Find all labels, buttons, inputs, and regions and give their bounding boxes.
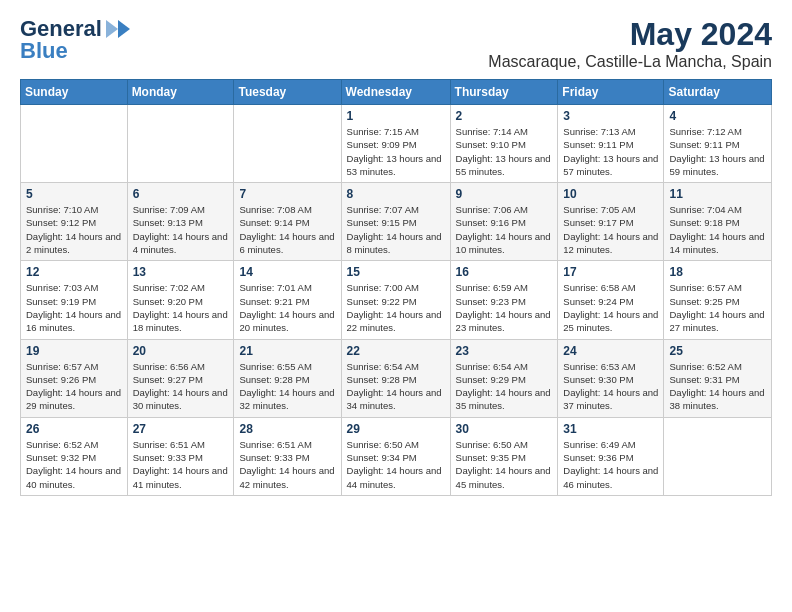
day-number: 5 (26, 187, 122, 201)
day-number: 30 (456, 422, 553, 436)
day-cell: 25Sunrise: 6:52 AM Sunset: 9:31 PM Dayli… (664, 339, 772, 417)
day-cell: 4Sunrise: 7:12 AM Sunset: 9:11 PM Daylig… (664, 105, 772, 183)
location-title: Mascaraque, Castille-La Mancha, Spain (488, 53, 772, 71)
day-cell: 1Sunrise: 7:15 AM Sunset: 9:09 PM Daylig… (341, 105, 450, 183)
day-info: Sunrise: 6:57 AM Sunset: 9:25 PM Dayligh… (669, 281, 766, 334)
day-cell: 14Sunrise: 7:01 AM Sunset: 9:21 PM Dayli… (234, 261, 341, 339)
day-info: Sunrise: 7:05 AM Sunset: 9:17 PM Dayligh… (563, 203, 658, 256)
day-info: Sunrise: 7:12 AM Sunset: 9:11 PM Dayligh… (669, 125, 766, 178)
day-number: 7 (239, 187, 335, 201)
title-area: May 2024 Mascaraque, Castille-La Mancha,… (488, 16, 772, 71)
day-info: Sunrise: 6:57 AM Sunset: 9:26 PM Dayligh… (26, 360, 122, 413)
day-number: 9 (456, 187, 553, 201)
weekday-header-wednesday: Wednesday (341, 80, 450, 105)
day-number: 21 (239, 344, 335, 358)
day-cell: 27Sunrise: 6:51 AM Sunset: 9:33 PM Dayli… (127, 417, 234, 495)
day-cell: 10Sunrise: 7:05 AM Sunset: 9:17 PM Dayli… (558, 183, 664, 261)
day-number: 23 (456, 344, 553, 358)
day-info: Sunrise: 7:15 AM Sunset: 9:09 PM Dayligh… (347, 125, 445, 178)
day-info: Sunrise: 7:04 AM Sunset: 9:18 PM Dayligh… (669, 203, 766, 256)
day-cell: 28Sunrise: 6:51 AM Sunset: 9:33 PM Dayli… (234, 417, 341, 495)
day-cell: 30Sunrise: 6:50 AM Sunset: 9:35 PM Dayli… (450, 417, 558, 495)
day-number: 25 (669, 344, 766, 358)
day-number: 17 (563, 265, 658, 279)
day-cell: 29Sunrise: 6:50 AM Sunset: 9:34 PM Dayli… (341, 417, 450, 495)
day-number: 24 (563, 344, 658, 358)
day-cell (664, 417, 772, 495)
day-cell: 20Sunrise: 6:56 AM Sunset: 9:27 PM Dayli… (127, 339, 234, 417)
day-cell: 8Sunrise: 7:07 AM Sunset: 9:15 PM Daylig… (341, 183, 450, 261)
weekday-header-tuesday: Tuesday (234, 80, 341, 105)
day-cell: 17Sunrise: 6:58 AM Sunset: 9:24 PM Dayli… (558, 261, 664, 339)
day-cell: 21Sunrise: 6:55 AM Sunset: 9:28 PM Dayli… (234, 339, 341, 417)
month-title: May 2024 (488, 16, 772, 53)
day-cell: 5Sunrise: 7:10 AM Sunset: 9:12 PM Daylig… (21, 183, 128, 261)
day-number: 18 (669, 265, 766, 279)
day-cell: 12Sunrise: 7:03 AM Sunset: 9:19 PM Dayli… (21, 261, 128, 339)
day-number: 10 (563, 187, 658, 201)
day-number: 6 (133, 187, 229, 201)
day-cell (127, 105, 234, 183)
day-number: 2 (456, 109, 553, 123)
day-number: 31 (563, 422, 658, 436)
calendar-table: SundayMondayTuesdayWednesdayThursdayFrid… (20, 79, 772, 496)
day-cell: 7Sunrise: 7:08 AM Sunset: 9:14 PM Daylig… (234, 183, 341, 261)
day-number: 13 (133, 265, 229, 279)
day-info: Sunrise: 7:01 AM Sunset: 9:21 PM Dayligh… (239, 281, 335, 334)
weekday-header-thursday: Thursday (450, 80, 558, 105)
day-info: Sunrise: 7:02 AM Sunset: 9:20 PM Dayligh… (133, 281, 229, 334)
week-row-1: 1Sunrise: 7:15 AM Sunset: 9:09 PM Daylig… (21, 105, 772, 183)
day-info: Sunrise: 6:58 AM Sunset: 9:24 PM Dayligh… (563, 281, 658, 334)
day-number: 19 (26, 344, 122, 358)
day-number: 27 (133, 422, 229, 436)
day-info: Sunrise: 7:14 AM Sunset: 9:10 PM Dayligh… (456, 125, 553, 178)
day-cell: 18Sunrise: 6:57 AM Sunset: 9:25 PM Dayli… (664, 261, 772, 339)
logo-blue-text: Blue (20, 38, 68, 64)
day-info: Sunrise: 6:49 AM Sunset: 9:36 PM Dayligh… (563, 438, 658, 491)
day-info: Sunrise: 6:52 AM Sunset: 9:31 PM Dayligh… (669, 360, 766, 413)
day-number: 16 (456, 265, 553, 279)
day-cell: 11Sunrise: 7:04 AM Sunset: 9:18 PM Dayli… (664, 183, 772, 261)
day-cell (21, 105, 128, 183)
day-info: Sunrise: 6:52 AM Sunset: 9:32 PM Dayligh… (26, 438, 122, 491)
day-info: Sunrise: 7:06 AM Sunset: 9:16 PM Dayligh… (456, 203, 553, 256)
day-info: Sunrise: 6:50 AM Sunset: 9:34 PM Dayligh… (347, 438, 445, 491)
svg-marker-0 (118, 20, 130, 38)
day-cell: 2Sunrise: 7:14 AM Sunset: 9:10 PM Daylig… (450, 105, 558, 183)
day-info: Sunrise: 7:00 AM Sunset: 9:22 PM Dayligh… (347, 281, 445, 334)
day-number: 22 (347, 344, 445, 358)
day-cell: 13Sunrise: 7:02 AM Sunset: 9:20 PM Dayli… (127, 261, 234, 339)
week-row-4: 19Sunrise: 6:57 AM Sunset: 9:26 PM Dayli… (21, 339, 772, 417)
day-number: 3 (563, 109, 658, 123)
day-cell: 22Sunrise: 6:54 AM Sunset: 9:28 PM Dayli… (341, 339, 450, 417)
day-cell: 3Sunrise: 7:13 AM Sunset: 9:11 PM Daylig… (558, 105, 664, 183)
week-row-2: 5Sunrise: 7:10 AM Sunset: 9:12 PM Daylig… (21, 183, 772, 261)
day-info: Sunrise: 7:07 AM Sunset: 9:15 PM Dayligh… (347, 203, 445, 256)
day-info: Sunrise: 6:51 AM Sunset: 9:33 PM Dayligh… (133, 438, 229, 491)
header: General Blue May 2024 Mascaraque, Castil… (20, 16, 772, 71)
day-cell: 15Sunrise: 7:00 AM Sunset: 9:22 PM Dayli… (341, 261, 450, 339)
day-number: 1 (347, 109, 445, 123)
day-number: 12 (26, 265, 122, 279)
weekday-header-sunday: Sunday (21, 80, 128, 105)
day-cell: 24Sunrise: 6:53 AM Sunset: 9:30 PM Dayli… (558, 339, 664, 417)
day-info: Sunrise: 7:13 AM Sunset: 9:11 PM Dayligh… (563, 125, 658, 178)
logo: General Blue (20, 16, 132, 64)
day-info: Sunrise: 6:59 AM Sunset: 9:23 PM Dayligh… (456, 281, 553, 334)
day-number: 28 (239, 422, 335, 436)
weekday-header-friday: Friday (558, 80, 664, 105)
day-info: Sunrise: 7:10 AM Sunset: 9:12 PM Dayligh… (26, 203, 122, 256)
day-cell (234, 105, 341, 183)
day-cell: 9Sunrise: 7:06 AM Sunset: 9:16 PM Daylig… (450, 183, 558, 261)
day-number: 20 (133, 344, 229, 358)
weekday-header-saturday: Saturday (664, 80, 772, 105)
day-info: Sunrise: 6:56 AM Sunset: 9:27 PM Dayligh… (133, 360, 229, 413)
day-cell: 19Sunrise: 6:57 AM Sunset: 9:26 PM Dayli… (21, 339, 128, 417)
day-info: Sunrise: 6:53 AM Sunset: 9:30 PM Dayligh… (563, 360, 658, 413)
day-info: Sunrise: 6:51 AM Sunset: 9:33 PM Dayligh… (239, 438, 335, 491)
weekday-header-monday: Monday (127, 80, 234, 105)
day-number: 8 (347, 187, 445, 201)
day-number: 26 (26, 422, 122, 436)
day-cell: 6Sunrise: 7:09 AM Sunset: 9:13 PM Daylig… (127, 183, 234, 261)
day-info: Sunrise: 6:54 AM Sunset: 9:29 PM Dayligh… (456, 360, 553, 413)
